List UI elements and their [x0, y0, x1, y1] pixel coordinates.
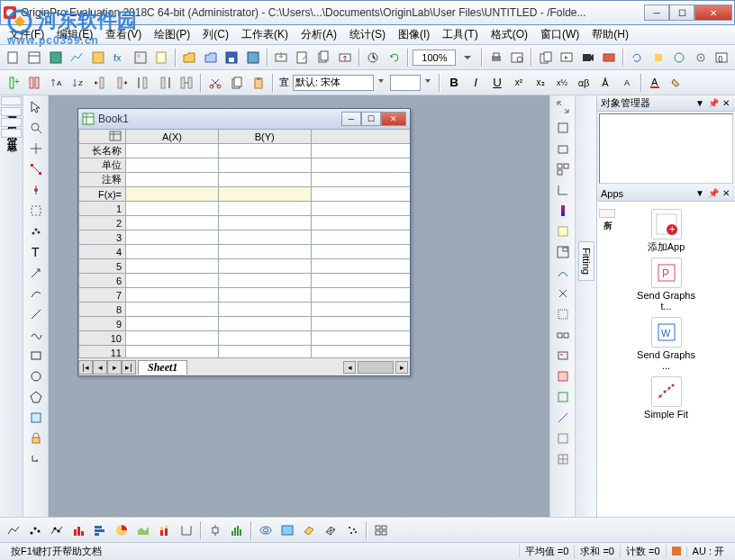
app-add[interactable]: + 添加App: [635, 209, 698, 252]
row-longname[interactable]: 长名称: [79, 144, 126, 158]
tab-quick-help[interactable]: 快速帮助: [1, 107, 22, 116]
paste-button[interactable]: [249, 73, 268, 93]
speedmode-button[interactable]: [553, 221, 573, 241]
underline-button[interactable]: U: [487, 73, 507, 93]
import-wizard-button[interactable]: [272, 48, 291, 68]
line-plot-button[interactable]: [4, 520, 23, 540]
swap-cols-button[interactable]: [177, 73, 196, 93]
print-preview-button[interactable]: [507, 48, 526, 68]
menu-view[interactable]: 查看(V): [100, 25, 147, 44]
tab-fitting[interactable]: Fitting: [578, 241, 594, 281]
region-tool[interactable]: [25, 408, 47, 428]
apps-pin[interactable]: 📌: [706, 188, 721, 198]
scatter-plot-button[interactable]: [25, 520, 45, 540]
menu-worksheet[interactable]: 工作表(K): [236, 25, 294, 44]
rescale-button[interactable]: [553, 97, 573, 117]
recalculate-button[interactable]: [385, 48, 404, 68]
menu-analysis[interactable]: 分析(A): [295, 25, 342, 44]
data-cursor-tool[interactable]: [25, 180, 47, 200]
tab-nav-last[interactable]: ▸|: [122, 360, 136, 375]
video-button[interactable]: [578, 48, 597, 68]
zoom-dropdown[interactable]: [458, 48, 476, 68]
menu-image[interactable]: 图像(I): [393, 25, 435, 44]
col-header-a[interactable]: A(X): [126, 130, 219, 144]
add-layer-button[interactable]: [553, 118, 573, 138]
font-increase-button[interactable]: Å: [595, 73, 615, 93]
slide-show-button[interactable]: [557, 48, 576, 68]
tab-nav-next[interactable]: ▸: [107, 360, 122, 375]
font-color-button[interactable]: A: [646, 73, 666, 93]
show-frame-button[interactable]: [553, 429, 573, 448]
lock-tool[interactable]: [25, 429, 47, 448]
workbook-close[interactable]: ✕: [381, 112, 406, 126]
panel-close[interactable]: ✕: [721, 98, 731, 108]
duplicate-button[interactable]: [536, 48, 555, 68]
sheet-tab-1[interactable]: Sheet1: [138, 360, 187, 375]
regional-mask-tool[interactable]: [25, 201, 47, 221]
open-template-button[interactable]: [201, 48, 220, 68]
polygon-tool[interactable]: [25, 387, 47, 407]
new-layout-button[interactable]: [131, 48, 150, 68]
tab-nav-prev[interactable]: ◂: [93, 360, 107, 375]
refresh-button[interactable]: [628, 48, 647, 68]
export-button[interactable]: [335, 48, 354, 68]
zoom-input[interactable]: [413, 50, 456, 66]
pin-icon[interactable]: ▼: [694, 98, 706, 108]
workbook-minimize[interactable]: ─: [341, 112, 361, 126]
batch-process-button[interactable]: [364, 48, 383, 68]
worksheet-grid[interactable]: A(X) B(Y) 长名称 单位 注释 F(x)= 1 2 3 4 5 6 7 …: [78, 129, 410, 357]
draw-data-tool[interactable]: [25, 221, 47, 241]
apps-header[interactable]: Apps ▼ 📌 ✕: [597, 185, 735, 202]
new-graph-button[interactable]: [67, 48, 86, 68]
pie-plot-button[interactable]: [112, 520, 132, 540]
extract-layer-button[interactable]: [553, 139, 573, 158]
legend-update-button[interactable]: [553, 346, 573, 366]
move-left-button[interactable]: [90, 73, 110, 93]
font-size-input[interactable]: [390, 75, 421, 91]
tab-messages-log[interactable]: 消息日志: [1, 118, 22, 127]
column-plot-button[interactable]: [68, 520, 88, 540]
supsub-button[interactable]: x½: [552, 73, 572, 93]
sort-asc-button[interactable]: A: [47, 73, 67, 93]
menu-help[interactable]: 帮助(H): [586, 25, 634, 44]
pointer-tool[interactable]: [25, 97, 47, 117]
contour-button[interactable]: [256, 520, 276, 540]
area-plot-button[interactable]: [133, 520, 153, 540]
add-axes-button[interactable]: [553, 180, 573, 200]
new-notes-button[interactable]: [151, 48, 170, 68]
new-matrix-button[interactable]: [88, 48, 107, 68]
apps-dropdown[interactable]: ▼: [694, 188, 706, 198]
font-selector[interactable]: [293, 75, 374, 91]
circle-tool[interactable]: [25, 366, 47, 386]
font-decrease-button[interactable]: A: [617, 73, 637, 93]
menu-format[interactable]: 格式(O): [485, 25, 533, 44]
antialias-button[interactable]: [553, 263, 573, 283]
fill-color-button[interactable]: [667, 73, 687, 93]
apps-category-tab[interactable]: 所有: [599, 209, 615, 218]
surface-3d-button[interactable]: [299, 520, 319, 540]
bar-plot-button[interactable]: [90, 520, 110, 540]
add-column-button[interactable]: +: [4, 73, 23, 93]
font-dropdown[interactable]: [376, 73, 388, 93]
hscroll-track[interactable]: [358, 361, 394, 374]
close-button[interactable]: ✕: [694, 5, 732, 21]
menu-edit[interactable]: 编辑(E): [51, 25, 98, 44]
template-library-button[interactable]: [371, 520, 391, 540]
new-workbook-button[interactable]: [24, 48, 43, 68]
greek-button[interactable]: αβ: [574, 73, 594, 93]
tab-nav-first[interactable]: |◂: [78, 360, 93, 375]
cut-button[interactable]: [205, 73, 225, 93]
menu-window[interactable]: 窗口(W): [535, 25, 585, 44]
new-excel-button[interactable]: [46, 48, 65, 68]
add-colorscale-button[interactable]: [553, 201, 573, 221]
open-button[interactable]: [180, 48, 199, 68]
import-multi-button[interactable]: [314, 48, 333, 68]
corner-cell[interactable]: [79, 130, 126, 144]
row-fx[interactable]: F(x)=: [79, 187, 126, 202]
curved-arrow-tool[interactable]: [25, 284, 47, 303]
fit-page-button[interactable]: [553, 304, 573, 324]
fontsize-dropdown[interactable]: [422, 73, 435, 93]
exchange-xy-button[interactable]: [553, 284, 573, 303]
move-begin-button[interactable]: [133, 73, 153, 93]
app-simple-fit[interactable]: Simple Fit: [635, 376, 698, 420]
